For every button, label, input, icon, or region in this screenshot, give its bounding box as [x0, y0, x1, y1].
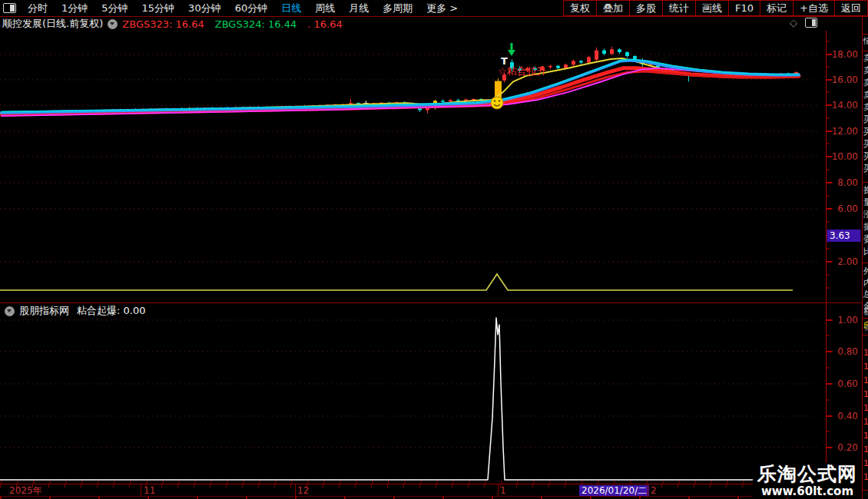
candle-body: [579, 61, 583, 62]
sidebar-row-clipped[interactable]: 1: [863, 473, 868, 482]
menu-item-更多 >[interactable]: 更多 >: [419, 0, 465, 16]
diamond-icon[interactable]: ◇: [790, 17, 797, 28]
sidebar-row-clipped[interactable]: 比: [863, 247, 868, 256]
axis-label: 2.00: [837, 256, 858, 267]
candle-body: [595, 51, 598, 60]
axis-label: 16.00: [832, 74, 858, 85]
sidebar-separator: [863, 335, 868, 335]
titlebar-icons: ◇: [790, 17, 817, 28]
sidebar-row-clipped[interactable]: 卖: [863, 54, 868, 63]
axis-label: 12.00: [832, 126, 858, 137]
toolbar-button-标记[interactable]: 标记: [760, 0, 793, 16]
candle-body: [456, 100, 460, 101]
sidebar-row-clipped[interactable]: 1: [863, 376, 868, 385]
sidebar-row-clipped[interactable]: 换: [863, 186, 868, 195]
sidebar-row-clipped[interactable]: 涨: [863, 210, 868, 220]
menu-item-15分钟[interactable]: 15分钟: [135, 0, 182, 16]
sidebar-row-clipped[interactable]: 量: [863, 198, 868, 207]
sidebar-row-clipped[interactable]: 买: [863, 164, 868, 173]
window-layout-icon[interactable]: [3, 3, 16, 13]
chevron-down-icon[interactable]: [108, 19, 118, 29]
indicator-values: ZBGS323: 16.64ZBGS324: 16.44. 16.64: [122, 18, 353, 30]
stock-title: 顺控发展(日线.前复权): [2, 17, 103, 31]
signal-text-label: ☆粘合拉升: [498, 65, 547, 77]
axis-label: 10.00: [832, 151, 858, 162]
axis-label: 0.40: [837, 411, 858, 421]
menu-item-5分钟[interactable]: 5分钟: [94, 0, 134, 16]
sidebar-row-clipped[interactable]: 1: [863, 431, 868, 441]
sub-signal-spike: [0, 318, 799, 480]
toolbar-button-复权[interactable]: 复权: [563, 0, 597, 16]
sidebar-separator: [863, 51, 868, 51]
toolbar-buttons: 复权叠加多股统计画线F10标记+自选返回: [564, 0, 868, 16]
candle-body: [625, 52, 629, 56]
sidebar-row-clipped[interactable]: 外: [863, 267, 868, 276]
sidebar-row-clipped[interactable]: 1: [863, 349, 868, 358]
sidebar-row-clipped[interactable]: 卖: [863, 78, 868, 88]
axis-label: 0.80: [837, 346, 858, 357]
sidebar-row-clipped[interactable]: 买: [863, 127, 868, 137]
watermark-site-name: 乐淘公式网: [757, 464, 857, 485]
menu-item-周线[interactable]: 周线: [308, 0, 342, 16]
watermark: 乐淘公式网 www.60lt.com: [753, 463, 862, 498]
panel-toggle-icon[interactable]: [805, 18, 817, 28]
indicator-value-1: ZBGS324: 16.44: [215, 18, 297, 30]
date-label: 11: [144, 485, 155, 496]
sidebar-row-clipped[interactable]: 1: [863, 362, 868, 372]
chart-canvas[interactable]: 18.0016.0014.0012.0010.008.006.003.632.0…: [0, 0, 868, 499]
chevron-down-icon[interactable]: [5, 306, 15, 316]
axis-label: 6.00: [837, 203, 858, 214]
smiley-eye: [494, 100, 496, 102]
toolbar-button-F10[interactable]: F10: [728, 0, 760, 16]
toolbar-spacer: [465, 0, 564, 16]
sidebar-row-clipped[interactable]: 振: [863, 223, 868, 232]
menu-item-1分钟[interactable]: 1分钟: [55, 0, 94, 16]
candle-body: [426, 108, 429, 111]
toolbar-button-画线[interactable]: 画线: [695, 0, 729, 16]
indicator-value-2: . 16.64: [307, 18, 342, 30]
date-label-highlight: 2026/01/20/二: [579, 485, 649, 496]
sidebar-row-clipped[interactable]: 买: [863, 152, 868, 161]
toolbar-button-返回[interactable]: 返回: [834, 0, 868, 16]
menu-item-60分钟[interactable]: 60分钟: [228, 0, 275, 16]
sidebar-row-clipped[interactable]: ☆: [863, 324, 868, 333]
date-axis[interactable]: 2025年111212026/01/20/二2: [0, 484, 868, 496]
sidebar-row-clipped[interactable]: 额: [863, 307, 868, 316]
sidebar-row-clipped[interactable]: 内: [863, 279, 868, 288]
right-sidebar-clipped[interactable]: 情卖卖卖卖卖买买买买买换量涨振委比外内总金额自☆1111111111: [862, 17, 868, 499]
toolbar-button-叠加[interactable]: 叠加: [596, 0, 630, 16]
sidebar-row-clipped[interactable]: 卖: [863, 103, 868, 112]
sidebar-row-clipped[interactable]: 情: [863, 37, 868, 46]
date-label: 1: [500, 485, 506, 496]
sidebar-row-clipped[interactable]: 买: [863, 115, 868, 124]
candle-body: [449, 100, 452, 101]
sidebar-row-clipped[interactable]: 1: [863, 418, 868, 427]
sub-indicator-name: 股朋指标网: [19, 304, 69, 318]
sidebar-row-clipped[interactable]: 1: [863, 390, 868, 399]
date-label: 2025年: [9, 485, 42, 496]
toolbar-button-多股[interactable]: 多股: [629, 0, 663, 16]
menu-item-多周期[interactable]: 多周期: [376, 0, 419, 16]
candle-body: [571, 61, 575, 64]
period-toolbar: 分时1分钟5分钟15分钟30分钟60分钟日线周线月线多周期更多 > 复权叠加多股…: [0, 0, 868, 17]
toolbar-button-统计[interactable]: 统计: [662, 0, 696, 16]
sidebar-row-clipped[interactable]: 卖: [863, 66, 868, 75]
sidebar-row-clipped[interactable]: 总: [863, 290, 868, 299]
menu-item-日线[interactable]: 日线: [274, 0, 308, 16]
sidebar-row-clipped[interactable]: 1: [863, 459, 868, 468]
menu-item-分时[interactable]: 分时: [21, 0, 55, 16]
sidebar-row-clipped[interactable]: 1: [863, 404, 868, 413]
smiley-eye: [499, 100, 501, 102]
date-label: 12: [297, 485, 309, 496]
menu-item-30分钟[interactable]: 30分钟: [181, 0, 228, 16]
sidebar-row-clipped[interactable]: 1: [863, 445, 868, 454]
smiley-face-icon: [491, 97, 503, 109]
sidebar-row-clipped[interactable]: 委: [863, 235, 868, 244]
menu-item-月线[interactable]: 月线: [342, 0, 376, 16]
candle-body: [610, 49, 614, 54]
green-down-arrow-stem: [511, 43, 513, 50]
candle-body: [602, 51, 606, 55]
sidebar-row-clipped[interactable]: 卖: [863, 91, 868, 100]
sidebar-row-clipped[interactable]: 买: [863, 140, 868, 149]
toolbar-button-+自选[interactable]: +自选: [793, 0, 835, 16]
